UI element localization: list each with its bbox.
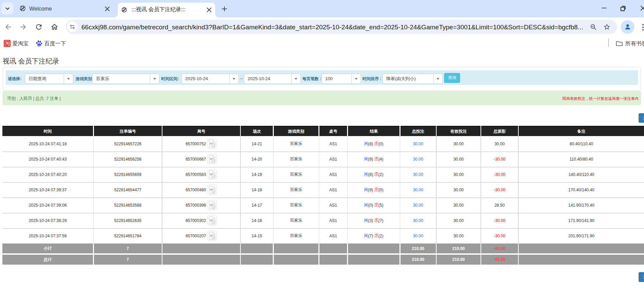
svg-text:du: du [38, 44, 41, 46]
